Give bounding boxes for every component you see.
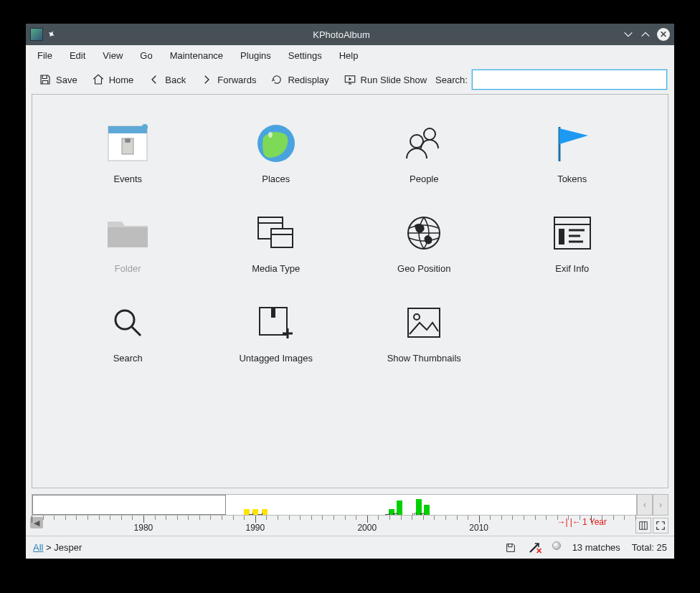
- events-icon: [106, 123, 149, 163]
- zoom-fit-button[interactable]: [635, 518, 651, 533]
- breadcrumb-root[interactable]: All: [33, 542, 43, 553]
- menu-edit[interactable]: Edit: [61, 47, 94, 64]
- media-type-icon: [255, 213, 298, 253]
- activity-led: [552, 541, 561, 550]
- home-icon: [92, 73, 105, 86]
- svg-line-24: [132, 327, 141, 336]
- category-label: Places: [262, 174, 290, 184]
- redisplay-button[interactable]: Redisplay: [265, 70, 334, 89]
- category-browser: EventsPlacesPeopleTokensFolderMedia Type…: [32, 94, 668, 488]
- toolbar: Save Home Back Forwards Redisplay Run Sl…: [26, 65, 674, 94]
- search-icon: [106, 303, 149, 343]
- timeline-next-button[interactable]: ›: [653, 494, 668, 516]
- axis-year-label: 1980: [134, 523, 153, 533]
- timeline[interactable]: 111353: [32, 494, 637, 516]
- forwards-button[interactable]: Forwards: [194, 70, 262, 89]
- pin-icon[interactable]: ✦: [45, 27, 58, 42]
- svg-rect-4: [125, 138, 131, 143]
- timeline-handle[interactable]: [32, 495, 226, 515]
- timeline-axis-row: ◀ →| |← 1 Year 1980199020002010: [32, 516, 668, 536]
- people-icon: [402, 123, 445, 163]
- menu-help[interactable]: Help: [331, 47, 367, 64]
- svg-point-7: [268, 132, 273, 138]
- save-status-icon[interactable]: [505, 542, 516, 554]
- svg-rect-31: [640, 522, 648, 530]
- timeline-axis: ◀ →| |← 1 Year 1980199020002010: [32, 516, 635, 536]
- category-label: Geo Position: [397, 263, 450, 274]
- menu-go[interactable]: Go: [131, 47, 161, 64]
- globe-icon: [255, 123, 298, 163]
- svg-rect-14: [271, 229, 293, 247]
- maximize-button[interactable]: [640, 29, 651, 40]
- main-window: ✦ KPhotoAlbum ✕ File Edit View Go Mainte…: [26, 24, 674, 559]
- timeline-prev-button[interactable]: ‹: [637, 494, 653, 516]
- category-folder: Folder: [54, 213, 202, 274]
- home-button[interactable]: Home: [86, 70, 140, 89]
- svg-point-30: [414, 314, 420, 320]
- svg-rect-11: [108, 227, 148, 247]
- category-events[interactable]: Events: [54, 123, 202, 184]
- menu-maintenance[interactable]: Maintenance: [161, 47, 232, 64]
- category-label: Show Thumbnails: [387, 353, 461, 364]
- flag-icon: [551, 123, 594, 163]
- menu-settings[interactable]: Settings: [280, 47, 331, 64]
- category-label: Events: [113, 174, 142, 184]
- thumbnails-icon: [402, 303, 445, 343]
- menu-file[interactable]: File: [29, 47, 61, 64]
- status-matches: 13 matches: [572, 542, 620, 553]
- menubar: File Edit View Go Maintenance Plugins Se…: [26, 45, 674, 65]
- svg-rect-29: [408, 308, 440, 337]
- back-button[interactable]: Back: [142, 70, 191, 89]
- category-media-type[interactable]: Media Type: [202, 213, 351, 274]
- forward-icon: [200, 73, 213, 86]
- category-label: Media Type: [252, 263, 300, 274]
- slideshow-icon: [344, 73, 356, 86]
- category-tokens[interactable]: Tokens: [498, 123, 647, 184]
- svg-rect-19: [559, 229, 564, 245]
- category-label: Untagged Images: [239, 353, 313, 364]
- search-label: Search:: [435, 75, 468, 85]
- menu-plugins[interactable]: Plugins: [232, 47, 280, 64]
- axis-year-label: 2000: [357, 523, 377, 533]
- svg-rect-2: [108, 126, 147, 133]
- folder-icon: [106, 213, 149, 253]
- svg-point-5: [142, 124, 148, 130]
- category-label: Folder: [115, 263, 141, 274]
- untagged-icon: [255, 303, 298, 343]
- range-indicator: →| |← 1 Year: [557, 517, 607, 527]
- fullscreen-button[interactable]: [653, 518, 668, 533]
- exif-icon: [551, 213, 594, 253]
- app-icon: [30, 28, 43, 41]
- category-label: Search: [113, 353, 143, 364]
- category-places[interactable]: Places: [202, 123, 351, 184]
- save-icon: [39, 73, 52, 86]
- svg-rect-26: [271, 308, 275, 318]
- breadcrumb: All > Jesper: [33, 542, 82, 553]
- window-title: KPhotoAlbum: [60, 29, 623, 40]
- dirty-indicator-icon[interactable]: ✕: [528, 541, 541, 554]
- category-label: People: [410, 174, 438, 184]
- refresh-icon: [270, 73, 283, 86]
- category-people[interactable]: People: [350, 123, 498, 184]
- search-input[interactable]: [472, 70, 667, 90]
- slideshow-button[interactable]: Run Slide Show: [338, 70, 433, 89]
- timeline-row: 111353 ‹ ›: [32, 494, 668, 516]
- minimize-button[interactable]: [623, 29, 634, 40]
- category-label: Exif Info: [555, 263, 589, 274]
- category-untagged-images[interactable]: Untagged Images: [202, 303, 351, 364]
- titlebar: ✦ KPhotoAlbum ✕: [26, 24, 674, 45]
- category-geo-position[interactable]: Geo Position: [350, 213, 498, 274]
- back-icon: [148, 73, 161, 86]
- axis-year-label: 2010: [469, 523, 488, 533]
- breadcrumb-current: Jesper: [54, 542, 82, 553]
- svg-point-9: [410, 135, 423, 148]
- category-show-thumbnails[interactable]: Show Thumbnails: [350, 303, 498, 364]
- svg-point-8: [424, 128, 435, 140]
- save-button[interactable]: Save: [33, 70, 83, 89]
- menu-view[interactable]: View: [94, 47, 131, 64]
- category-exif-info[interactable]: Exif Info: [498, 213, 647, 274]
- svg-point-23: [115, 310, 134, 329]
- close-button[interactable]: ✕: [657, 28, 670, 41]
- category-label: Tokens: [557, 174, 587, 184]
- category-search[interactable]: Search: [54, 303, 202, 364]
